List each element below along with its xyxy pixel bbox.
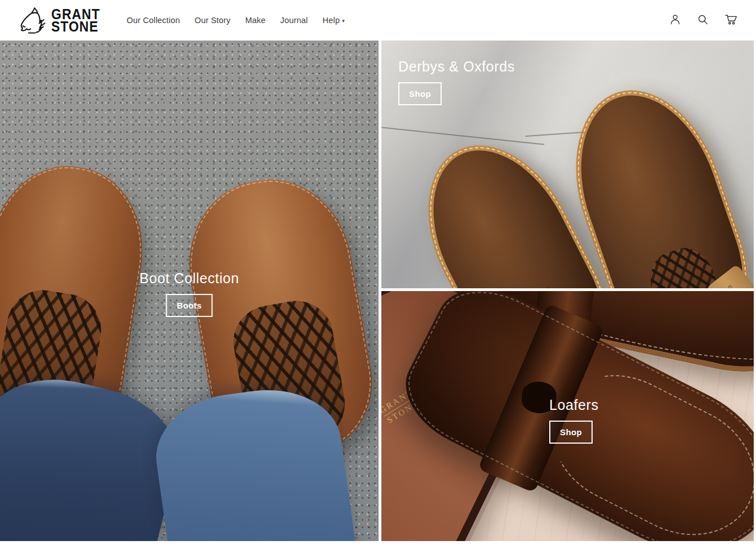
search-icon[interactable] xyxy=(697,14,709,28)
nav-help[interactable]: Help▾ xyxy=(315,10,352,30)
loafers-shop-button[interactable]: Shop xyxy=(549,421,593,444)
nav-our-collection[interactable]: Our Collection xyxy=(119,10,188,30)
shoe-tree-stamp: GRANT STONE xyxy=(727,284,754,288)
nav-our-story[interactable]: Our Story xyxy=(187,10,238,30)
logo-wordmark: GRANT STONE xyxy=(51,8,100,33)
tile-derbys-oxfords: GRANT STONE Derbys & Oxfords Shop xyxy=(381,41,754,288)
tile-loafers: GRANT STONE Loafers Shop xyxy=(381,291,754,541)
boots-shop-button[interactable]: Boots xyxy=(166,294,213,317)
nav-make[interactable]: Make xyxy=(238,10,273,30)
collection-grid: Boot Collection Boots GRANT STONE Derbys… xyxy=(0,41,756,541)
concrete-crack xyxy=(381,126,544,145)
header-actions xyxy=(669,13,739,28)
tile-title: Boot Collection xyxy=(139,270,239,287)
tile-title: Loafers xyxy=(549,397,599,413)
tile-title: Derbys & Oxfords xyxy=(398,59,515,75)
nav-journal[interactable]: Journal xyxy=(273,10,315,30)
boot-collection-overlay: Boot Collection Boots xyxy=(139,270,239,317)
account-icon[interactable] xyxy=(669,14,681,28)
loafers-overlay: Loafers Shop xyxy=(549,397,599,444)
tile-boot-collection: Boot Collection Boots xyxy=(0,41,379,541)
derbys-overlay: Derbys & Oxfords Shop xyxy=(398,59,515,105)
logo[interactable]: GRANT STONE xyxy=(17,6,100,35)
chevron-down-icon: ▾ xyxy=(342,18,345,24)
main-nav: Our Collection Our Story Make Journal He… xyxy=(119,10,352,30)
derbys-shop-button[interactable]: Shop xyxy=(398,82,442,105)
logo-line-2: STONE xyxy=(51,20,100,33)
cart-icon[interactable] xyxy=(724,13,738,28)
site-header: GRANT STONE Our Collection Our Story Mak… xyxy=(0,0,756,41)
horse-head-icon xyxy=(17,6,47,35)
